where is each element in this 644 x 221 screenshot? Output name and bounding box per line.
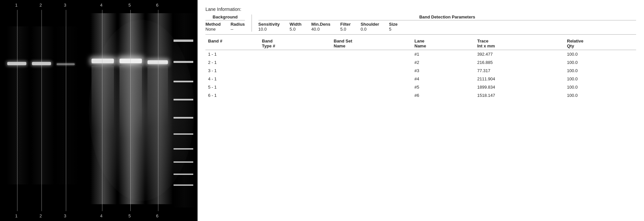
lane-line-4 [102,10,102,211]
col-header-band-num: Band # [205,37,259,50]
col-header-relative-qty: RelativeQty [564,37,636,50]
lane-bottom-label-6: 6 [156,213,158,218]
lane-line-1 [17,10,17,211]
band-data-table: Band # BandType # Band SetName LaneName … [205,37,636,99]
table-row: 3 - 1 #3 77.317 100.0 [205,67,636,75]
cell-band-type [259,50,331,59]
cell-lane: #2 [412,58,475,67]
lane-bottom-label-4: 4 [100,213,102,218]
cell-qty: 100.0 [564,91,636,99]
cell-band-num: 2 - 1 [205,58,259,67]
cell-trace: 2111.904 [475,75,565,83]
cell-band-type [259,91,331,99]
cell-qty: 100.0 [564,75,636,83]
cell-lane: #6 [412,91,475,99]
radius-value: -- [230,27,245,32]
background-section: Background Method None Radius -- [205,14,252,32]
cell-band-num: 5 - 1 [205,83,259,91]
lane-top-label-1: 1 [15,3,17,8]
cell-qty: 100.0 [564,58,636,67]
cell-qty: 100.0 [564,50,636,59]
method-col: Method None [205,22,221,32]
params-top-row: Background Method None Radius -- Band De… [205,14,636,32]
bd-value: 40.0 [311,27,331,32]
bd-value: 5.0 [340,27,351,32]
cell-band-num: 1 - 1 [205,50,259,59]
cell-lane: #1 [412,50,475,59]
table-row: 5 - 1 #5 1899.834 100.0 [205,83,636,91]
table-row: 1 - 1 #1 392.477 100.0 [205,50,636,59]
bd-col-shoulder: Shoulder 0.0 [361,22,379,32]
bd-col-sensitivity: Sensitivity 10.0 [258,22,280,32]
cell-band-set [331,67,412,75]
background-cols: Method None Radius -- [205,22,245,32]
lane-info-label: Lane Information: [205,7,636,12]
bd-col-size: Size 5 [389,22,398,32]
cell-band-set [331,50,412,59]
cell-lane: #3 [412,67,475,75]
cell-qty: 100.0 [564,67,636,75]
cell-band-set [331,75,412,83]
bd-label: Min.Dens [311,22,331,27]
bd-value: 5.0 [290,27,302,32]
radius-col: Radius -- [230,22,245,32]
cell-band-type [259,83,331,91]
bd-label: Shoulder [361,22,379,27]
bd-value: 10.0 [258,27,280,32]
col-header-band-set: Band SetName [331,37,412,50]
radius-label: Radius [230,22,245,27]
gel-image-panel: 1 2 3 4 5 6 1 2 3 4 5 6 [0,0,198,221]
band-detection-header: Band Detection Parameters [258,14,636,20]
lane-line-3 [66,10,66,211]
cell-band-num: 3 - 1 [205,67,259,75]
col-header-lane: LaneName [412,37,475,50]
lane-bottom-label-2: 2 [40,213,42,218]
bd-label: Filter [340,22,351,27]
band-detection-section: Band Detection Parameters Sensitivity 10… [258,14,636,32]
cell-band-type [259,67,331,75]
bd-col-filter: Filter 5.0 [340,22,351,32]
lane-top-label-4: 4 [100,3,102,8]
params-outer: Background Method None Radius -- Band De… [205,14,636,35]
cell-band-type [259,58,331,67]
band-detection-cols: Sensitivity 10.0Width 5.0Min.Dens 40.0Fi… [258,22,636,32]
cell-lane: #5 [412,83,475,91]
cell-trace: 216.885 [475,58,565,67]
table-row: 4 - 1 #4 2111.904 100.0 [205,75,636,83]
info-panel: Lane Information: Background Method None… [198,0,644,221]
lane-bottom-label-3: 3 [64,213,66,218]
cell-trace: 77.317 [475,67,565,75]
bd-value: 5 [389,27,398,32]
table-header-row: Band # BandType # Band SetName LaneName … [205,37,636,50]
cell-band-set [331,83,412,91]
cell-band-set [331,91,412,99]
cell-band-type [259,75,331,83]
bd-label: Sensitivity [258,22,280,27]
table-row: 6 - 1 #6 1518.147 100.0 [205,91,636,99]
cell-lane: #4 [412,75,475,83]
cell-trace: 392.477 [475,50,565,59]
lane-line-2 [41,10,42,211]
lane-top-label-2: 2 [40,3,42,8]
lane-line-6 [158,10,158,211]
cell-qty: 100.0 [564,83,636,91]
bd-value: 0.0 [361,27,379,32]
cell-trace: 1518.147 [475,91,565,99]
bd-col-mindens: Min.Dens 40.0 [311,22,331,32]
lane-top-label-3: 3 [64,3,66,8]
cell-band-set [331,58,412,67]
band-table-body: 1 - 1 #1 392.477 100.0 2 - 1 #2 216.885 … [205,50,636,100]
bd-label: Size [389,22,398,27]
col-header-trace: TraceInt x mm [475,37,565,50]
cell-band-num: 6 - 1 [205,91,259,99]
lane-bottom-label-1: 1 [15,213,17,218]
bd-label: Width [290,22,302,27]
method-value: None [205,27,221,32]
bd-col-width: Width 5.0 [290,22,302,32]
lane-top-label-6: 6 [156,3,158,8]
lane-bottom-label-5: 5 [128,213,131,218]
lane-top-label-5: 5 [128,3,131,8]
cell-band-num: 4 - 1 [205,75,259,83]
cell-trace: 1899.834 [475,83,565,91]
method-label: Method [205,22,221,27]
